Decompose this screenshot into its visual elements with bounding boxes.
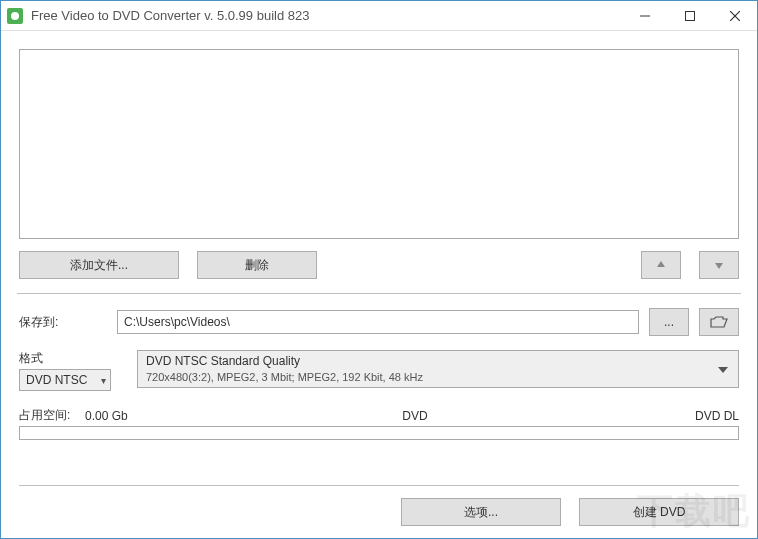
open-folder-button[interactable] bbox=[699, 308, 739, 336]
format-label: 格式 bbox=[19, 350, 117, 367]
minimize-button[interactable] bbox=[622, 1, 667, 30]
divider bbox=[17, 293, 741, 294]
file-list[interactable] bbox=[19, 49, 739, 239]
quality-line1: DVD NTSC Standard Quality bbox=[146, 354, 423, 370]
dvd-marker: DVD bbox=[402, 409, 427, 423]
save-to-label: 保存到: bbox=[19, 314, 117, 331]
browse-button[interactable]: ... bbox=[649, 308, 689, 336]
quality-select[interactable]: DVD NTSC Standard Quality 720x480(3:2), … bbox=[137, 350, 739, 388]
svg-rect-1 bbox=[685, 11, 694, 20]
space-used-label: 占用空间: bbox=[19, 407, 85, 424]
chevron-down-icon: ▾ bbox=[101, 375, 106, 386]
app-icon bbox=[7, 8, 23, 24]
maximize-button[interactable] bbox=[667, 1, 712, 30]
options-button[interactable]: 选项... bbox=[401, 498, 561, 526]
titlebar: Free Video to DVD Converter v. 5.0.99 bu… bbox=[1, 1, 757, 31]
save-path-value: C:\Users\pc\Videos\ bbox=[124, 315, 230, 329]
format-select-value: DVD NTSC bbox=[26, 373, 87, 387]
dvd-dl-marker: DVD DL bbox=[695, 409, 739, 423]
close-button[interactable] bbox=[712, 1, 757, 30]
move-down-button[interactable] bbox=[699, 251, 739, 279]
chevron-down-icon bbox=[718, 362, 728, 376]
space-usage-bar bbox=[19, 426, 739, 440]
quality-line2: 720x480(3:2), MPEG2, 3 Mbit; MPEG2, 192 … bbox=[146, 370, 423, 384]
arrow-up-icon bbox=[655, 259, 667, 271]
move-up-button[interactable] bbox=[641, 251, 681, 279]
add-files-button[interactable]: 添加文件... bbox=[19, 251, 179, 279]
delete-button[interactable]: 删除 bbox=[197, 251, 317, 279]
arrow-down-icon bbox=[713, 259, 725, 271]
format-select[interactable]: DVD NTSC ▾ bbox=[19, 369, 111, 391]
create-dvd-button[interactable]: 创建 DVD bbox=[579, 498, 739, 526]
space-used-value: 0.00 Gb bbox=[85, 409, 135, 423]
save-path-input[interactable]: C:\Users\pc\Videos\ bbox=[117, 310, 639, 334]
window-title: Free Video to DVD Converter v. 5.0.99 bu… bbox=[31, 8, 309, 23]
open-folder-icon bbox=[710, 316, 728, 328]
